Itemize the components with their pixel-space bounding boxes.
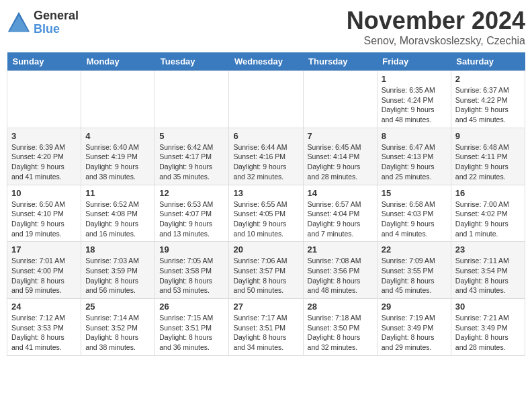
calendar-cell: 14Sunrise: 6:57 AM Sunset: 4:04 PM Dayli… [303, 185, 377, 242]
calendar-cell: 6Sunrise: 6:44 AM Sunset: 4:16 PM Daylig… [229, 128, 303, 185]
logo-blue: Blue [34, 23, 79, 36]
calendar-cell: 1Sunrise: 6:35 AM Sunset: 4:24 PM Daylig… [377, 71, 451, 128]
calendar-cell: 7Sunrise: 6:45 AM Sunset: 4:14 PM Daylig… [303, 128, 377, 185]
day-info: Sunrise: 6:45 AM Sunset: 4:14 PM Dayligh… [308, 142, 373, 182]
day-number: 4 [85, 131, 150, 141]
day-number: 12 [159, 188, 224, 198]
day-info: Sunrise: 6:39 AM Sunset: 4:20 PM Dayligh… [11, 142, 77, 182]
calendar-cell: 4Sunrise: 6:40 AM Sunset: 4:19 PM Daylig… [81, 128, 155, 185]
calendar-cell: 11Sunrise: 6:52 AM Sunset: 4:08 PM Dayli… [81, 185, 155, 242]
day-number: 26 [159, 302, 224, 312]
day-number: 2 [455, 74, 521, 84]
calendar-cell [81, 71, 155, 128]
day-number: 20 [233, 244, 298, 255]
calendar-cell: 20Sunrise: 7:06 AM Sunset: 3:57 PM Dayli… [229, 242, 303, 299]
day-info: Sunrise: 6:57 AM Sunset: 4:04 PM Dayligh… [308, 199, 373, 239]
day-info: Sunrise: 7:17 AM Sunset: 3:51 PM Dayligh… [233, 313, 298, 353]
day-number: 24 [11, 302, 77, 312]
calendar-cell: 15Sunrise: 6:58 AM Sunset: 4:03 PM Dayli… [377, 185, 451, 242]
day-info: Sunrise: 6:47 AM Sunset: 4:13 PM Dayligh… [382, 142, 447, 182]
header-friday: Friday [377, 52, 451, 71]
day-info: Sunrise: 6:37 AM Sunset: 4:22 PM Dayligh… [455, 85, 521, 125]
calendar-cell: 16Sunrise: 7:00 AM Sunset: 4:02 PM Dayli… [451, 185, 525, 242]
header-saturday: Saturday [451, 52, 525, 71]
day-number: 13 [233, 188, 298, 198]
day-number: 19 [159, 244, 224, 255]
day-info: Sunrise: 7:11 AM Sunset: 3:54 PM Dayligh… [455, 256, 521, 295]
day-info: Sunrise: 7:18 AM Sunset: 3:50 PM Dayligh… [308, 313, 373, 353]
calendar-cell: 8Sunrise: 6:47 AM Sunset: 4:13 PM Daylig… [377, 128, 451, 185]
header-thursday: Thursday [303, 52, 377, 71]
calendar-cell: 5Sunrise: 6:42 AM Sunset: 4:17 PM Daylig… [155, 128, 229, 185]
calendar-cell [303, 71, 377, 128]
calendar-cell [229, 71, 303, 128]
logo-general: General [34, 9, 79, 23]
day-info: Sunrise: 7:00 AM Sunset: 4:02 PM Dayligh… [455, 199, 521, 239]
day-number: 16 [455, 188, 521, 198]
page-header: General Blue November 2024 Senov, Moravs… [7, 7, 525, 47]
day-number: 15 [382, 188, 447, 198]
calendar-cell [7, 71, 81, 128]
day-number: 1 [382, 74, 447, 84]
day-number: 27 [233, 302, 298, 312]
day-info: Sunrise: 7:08 AM Sunset: 3:56 PM Dayligh… [308, 256, 373, 295]
calendar-cell: 3Sunrise: 6:39 AM Sunset: 4:20 PM Daylig… [7, 128, 81, 185]
day-number: 23 [455, 244, 521, 255]
day-number: 22 [382, 244, 447, 255]
logo-text: General Blue [34, 9, 79, 36]
day-info: Sunrise: 7:14 AM Sunset: 3:52 PM Dayligh… [85, 313, 150, 353]
day-info: Sunrise: 6:50 AM Sunset: 4:10 PM Dayligh… [11, 199, 77, 239]
header-tuesday: Tuesday [155, 52, 229, 71]
calendar-cell: 27Sunrise: 7:17 AM Sunset: 3:51 PM Dayli… [229, 299, 303, 356]
calendar-table: SundayMondayTuesdayWednesdayThursdayFrid… [7, 52, 525, 356]
week-row-1: 1Sunrise: 6:35 AM Sunset: 4:24 PM Daylig… [7, 71, 525, 128]
day-info: Sunrise: 7:12 AM Sunset: 3:53 PM Dayligh… [11, 313, 77, 353]
logo: General Blue [7, 9, 79, 36]
calendar-cell: 25Sunrise: 7:14 AM Sunset: 3:52 PM Dayli… [81, 299, 155, 356]
day-info: Sunrise: 6:58 AM Sunset: 4:03 PM Dayligh… [382, 199, 447, 239]
calendar-cell: 30Sunrise: 7:21 AM Sunset: 3:49 PM Dayli… [451, 299, 525, 356]
day-number: 11 [85, 188, 150, 198]
day-info: Sunrise: 7:03 AM Sunset: 3:59 PM Dayligh… [85, 256, 150, 295]
calendar-cell [155, 71, 229, 128]
day-info: Sunrise: 6:42 AM Sunset: 4:17 PM Dayligh… [159, 142, 224, 182]
calendar-cell: 22Sunrise: 7:09 AM Sunset: 3:55 PM Dayli… [377, 242, 451, 299]
calendar-cell: 21Sunrise: 7:08 AM Sunset: 3:56 PM Dayli… [303, 242, 377, 299]
calendar-cell: 18Sunrise: 7:03 AM Sunset: 3:59 PM Dayli… [81, 242, 155, 299]
header-sunday: Sunday [7, 52, 81, 71]
day-info: Sunrise: 6:35 AM Sunset: 4:24 PM Dayligh… [382, 85, 447, 125]
calendar-cell: 9Sunrise: 6:48 AM Sunset: 4:11 PM Daylig… [451, 128, 525, 185]
day-info: Sunrise: 7:01 AM Sunset: 4:00 PM Dayligh… [11, 256, 77, 295]
day-info: Sunrise: 7:05 AM Sunset: 3:58 PM Dayligh… [159, 256, 224, 295]
location: Senov, Moravskoslezsky, Czechia [347, 35, 525, 47]
day-number: 7 [308, 131, 373, 141]
day-number: 8 [382, 131, 447, 141]
week-row-5: 24Sunrise: 7:12 AM Sunset: 3:53 PM Dayli… [7, 299, 525, 356]
day-info: Sunrise: 7:21 AM Sunset: 3:49 PM Dayligh… [455, 313, 521, 353]
day-number: 25 [85, 302, 150, 312]
day-number: 18 [85, 244, 150, 255]
week-row-4: 17Sunrise: 7:01 AM Sunset: 4:00 PM Dayli… [7, 242, 525, 299]
day-number: 21 [308, 244, 373, 255]
calendar-cell: 13Sunrise: 6:55 AM Sunset: 4:05 PM Dayli… [229, 185, 303, 242]
calendar-cell: 2Sunrise: 6:37 AM Sunset: 4:22 PM Daylig… [451, 71, 525, 128]
day-info: Sunrise: 7:09 AM Sunset: 3:55 PM Dayligh… [382, 256, 447, 295]
month-title: November 2024 [347, 7, 525, 35]
title-area: November 2024 Senov, Moravskoslezsky, Cz… [347, 7, 525, 47]
day-number: 29 [382, 302, 447, 312]
calendar-cell: 17Sunrise: 7:01 AM Sunset: 4:00 PM Dayli… [7, 242, 81, 299]
day-number: 30 [455, 302, 521, 312]
day-number: 17 [11, 244, 77, 255]
day-info: Sunrise: 7:19 AM Sunset: 3:49 PM Dayligh… [382, 313, 447, 353]
calendar-cell: 29Sunrise: 7:19 AM Sunset: 3:49 PM Dayli… [377, 299, 451, 356]
calendar-cell: 24Sunrise: 7:12 AM Sunset: 3:53 PM Dayli… [7, 299, 81, 356]
week-row-3: 10Sunrise: 6:50 AM Sunset: 4:10 PM Dayli… [7, 185, 525, 242]
day-number: 9 [455, 131, 521, 141]
header-monday: Monday [81, 52, 155, 71]
calendar-cell: 10Sunrise: 6:50 AM Sunset: 4:10 PM Dayli… [7, 185, 81, 242]
day-info: Sunrise: 6:53 AM Sunset: 4:07 PM Dayligh… [159, 199, 224, 239]
calendar-cell: 28Sunrise: 7:18 AM Sunset: 3:50 PM Dayli… [303, 299, 377, 356]
day-info: Sunrise: 6:52 AM Sunset: 4:08 PM Dayligh… [85, 199, 150, 239]
day-number: 5 [159, 131, 224, 141]
day-number: 28 [308, 302, 373, 312]
